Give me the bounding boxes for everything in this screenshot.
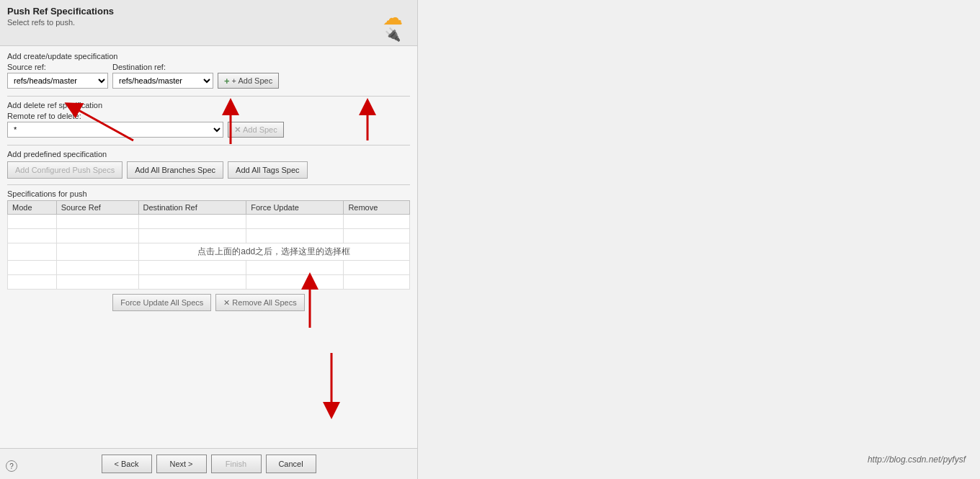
source-dest-row: Source ref: refs/heads/master Destinatio… — [7, 63, 410, 89]
dest-ref-group: Destination ref: refs/heads/master — [112, 63, 213, 89]
usb-icon: 🔌 — [385, 27, 401, 42]
right-panel: http://blog.csdn.net/pyfysf — [418, 0, 980, 479]
specs-table-section: Specifications for push Mode Source Ref … — [7, 184, 410, 311]
predefined-section: Add predefined specification Add Configu… — [7, 145, 410, 179]
dialog-subtitle: Select refs to push. — [7, 18, 375, 27]
dest-ref-select[interactable]: refs/heads/master — [112, 73, 213, 89]
col-remove: Remove — [344, 201, 410, 215]
add-spec-delete-button[interactable]: ✕ Add Spec — [228, 122, 284, 138]
predefined-label: Add predefined specification — [7, 150, 410, 158]
remote-ref-group: Remote ref to delete: * — [7, 112, 223, 138]
dialog-title: Push Ref Specifications — [7, 6, 375, 17]
force-update-all-specs-button[interactable]: Force Update All Specs — [112, 294, 211, 311]
back-button[interactable]: < Back — [102, 455, 152, 473]
remote-ref-row: Remote ref to delete: * ✕ Add Spec — [7, 112, 410, 138]
annotation-text: 点击上面的add之后，选择这里的选择框 — [138, 243, 409, 261]
table-actions-row: Force Update All Specs ✕ Remove All Spec… — [7, 294, 410, 311]
dialog-body: Add create/update specification Source r… — [0, 46, 417, 448]
table-row — [8, 215, 410, 229]
add-spec-label: + Add Spec — [232, 76, 273, 85]
table-row — [8, 229, 410, 243]
add-spec-button[interactable]: + + Add Spec — [218, 73, 279, 89]
col-dest-ref: Destination Ref — [138, 201, 246, 215]
table-row: 点击上面的add之后，选择这里的选择框 — [8, 243, 410, 261]
finish-button[interactable]: Finish — [211, 455, 262, 473]
cancel-button[interactable]: Cancel — [266, 455, 316, 473]
add-all-branches-spec-button[interactable]: Add All Branches Spec — [127, 161, 223, 179]
help-icon[interactable]: ? — [6, 460, 17, 472]
dialog-header: Push Ref Specifications Select refs to p… — [0, 0, 417, 46]
add-spec-delete-label: Add Spec — [243, 125, 277, 134]
table-row — [8, 261, 410, 275]
dialog-header-left: Push Ref Specifications Select refs to p… — [7, 6, 375, 27]
predefined-buttons-row: Add Configured Push Specs Add All Branch… — [7, 161, 410, 179]
dialog-footer: ? < Back Next > Finish Cancel — [0, 448, 417, 479]
source-ref-select[interactable]: refs/heads/master — [7, 73, 108, 89]
remote-ref-label: Remote ref to delete: — [7, 112, 223, 120]
col-mode: Mode — [8, 201, 57, 215]
plus-icon: + — [224, 76, 230, 86]
col-force-update: Force Update — [246, 201, 344, 215]
create-update-label: Add create/update specification — [7, 52, 410, 61]
specs-table-label: Specifications for push — [7, 189, 410, 198]
delete-ref-section: Add delete ref specification Remote ref … — [7, 96, 410, 138]
specs-table: Mode Source Ref Destination Ref Force Up… — [7, 200, 410, 290]
dialog-container: Push Ref Specifications Select refs to p… — [0, 0, 418, 479]
dialog-icon-area: ☁ 🔌 — [375, 6, 410, 42]
col-source-ref: Source Ref — [56, 201, 138, 215]
add-all-tags-spec-button[interactable]: Add All Tags Spec — [228, 161, 307, 179]
add-configured-push-specs-button[interactable]: Add Configured Push Specs — [7, 161, 122, 179]
next-button[interactable]: Next > — [156, 455, 207, 473]
csdn-watermark: http://blog.csdn.net/pyfysf — [868, 455, 966, 465]
create-update-section: Add create/update specification Source r… — [7, 52, 410, 89]
table-row — [8, 275, 410, 290]
dest-ref-label: Destination ref: — [112, 63, 213, 71]
x-icon: ✕ — [234, 125, 241, 135]
remote-ref-select[interactable]: * — [7, 122, 223, 138]
specs-table-header-row: Mode Source Ref Destination Ref Force Up… — [8, 201, 410, 215]
remove-all-specs-button[interactable]: ✕ Remove All Specs — [215, 294, 304, 311]
source-ref-group: Source ref: refs/heads/master — [7, 63, 108, 89]
delete-ref-label: Add delete ref specification — [7, 101, 410, 109]
source-ref-label: Source ref: — [7, 63, 108, 71]
